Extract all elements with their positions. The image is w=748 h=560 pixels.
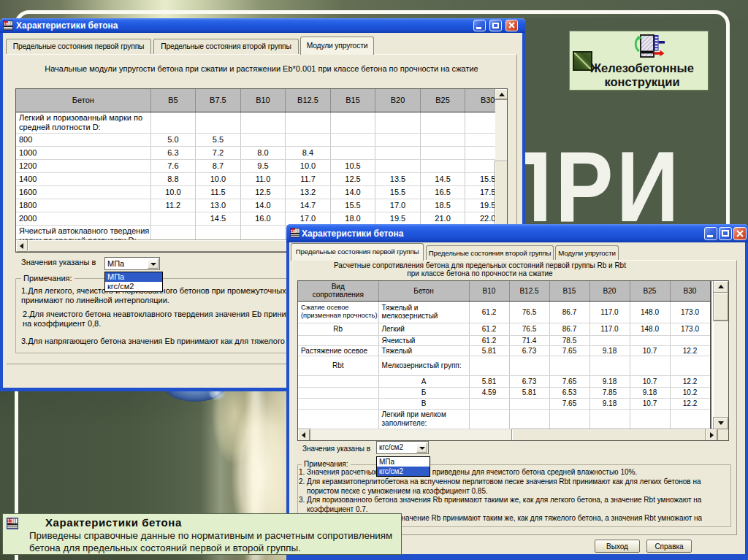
svg-text:18: 18 (4, 22, 9, 26)
svg-text:13: 13 (7, 518, 13, 523)
svg-text:18: 18 (291, 229, 296, 234)
